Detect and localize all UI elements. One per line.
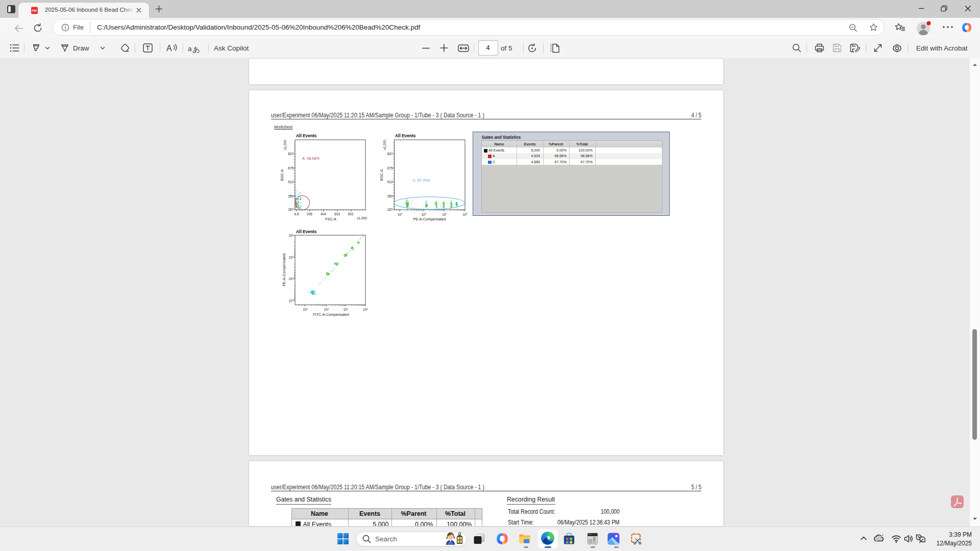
svg-text:FITC-A-Compensated: FITC-A-Compensated (313, 312, 349, 317)
svg-text:104: 104 (324, 308, 329, 311)
svg-text:x1,000: x1,000 (283, 140, 287, 150)
svg-text:a: a (188, 45, 192, 53)
svg-text:675: 675 (288, 166, 293, 170)
svg-text:105: 105 (288, 256, 293, 259)
svg-text:187: 187 (288, 208, 293, 211)
svg-text:BSC-A: BSC-A (379, 169, 384, 181)
svg-text:187: 187 (387, 208, 393, 211)
svg-text:106: 106 (462, 212, 468, 216)
svg-text:103: 103 (303, 308, 308, 311)
svg-text:104: 104 (421, 212, 426, 216)
svg-text:PDF: PDF (32, 9, 37, 12)
svg-text:BSC-A: BSC-A (280, 169, 284, 181)
svg-text:104: 104 (288, 277, 293, 281)
svg-text:837: 837 (387, 152, 393, 156)
svg-text:A: A (166, 44, 172, 53)
svg-text:106: 106 (288, 234, 293, 237)
svg-text:FSC-A: FSC-A (325, 217, 336, 221)
svg-text:All Events: All Events (395, 133, 416, 138)
svg-text:105: 105 (442, 212, 447, 216)
svg-text:A: 98.58%: A: 98.58% (302, 156, 320, 161)
svg-text:x1,000: x1,000 (357, 216, 367, 220)
svg-text:603: 603 (334, 212, 340, 216)
svg-text:PE-A-Compensated: PE-A-Compensated (282, 254, 286, 286)
svg-text:PE-A-Compensated: PE-A-Compensated (413, 217, 446, 221)
svg-text:103: 103 (288, 298, 293, 302)
svg-text:105: 105 (343, 308, 348, 311)
svg-text:6.8: 6.8 (294, 212, 299, 216)
svg-text:106: 106 (363, 308, 368, 311)
svg-text:350: 350 (387, 194, 393, 198)
svg-text:あ: あ (192, 45, 200, 53)
svg-text:205: 205 (307, 212, 312, 216)
svg-text:350: 350 (288, 194, 293, 198)
svg-text:404: 404 (321, 212, 326, 216)
svg-text:x1,000: x1,000 (383, 140, 386, 150)
svg-text:All Events: All Events (296, 133, 317, 138)
svg-text:837: 837 (288, 152, 293, 156)
svg-text:675: 675 (387, 166, 393, 170)
svg-text:All Events: All Events (296, 229, 317, 234)
svg-text:512: 512 (288, 180, 293, 184)
svg-text:103: 103 (398, 212, 403, 216)
svg-text:C: 97.70%: C: 97.70% (412, 178, 430, 183)
svg-text:801: 801 (348, 212, 354, 216)
svg-text:512: 512 (387, 180, 393, 184)
